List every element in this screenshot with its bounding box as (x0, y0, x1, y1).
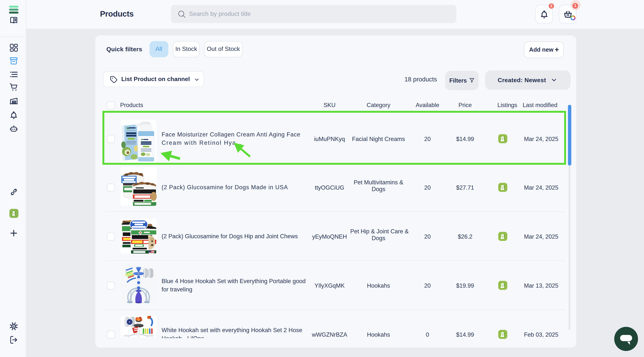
svg-text:S: S (13, 212, 14, 215)
